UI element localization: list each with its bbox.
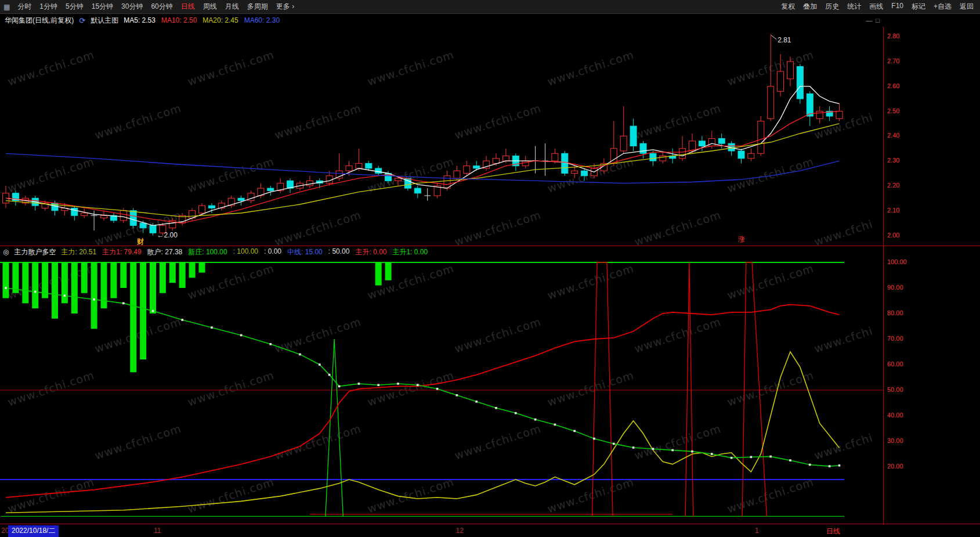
minimize-panel-icon[interactable]: — — [866, 17, 872, 24]
menu-item-1分钟[interactable]: 1分钟 — [35, 2, 62, 12]
svg-text:涨: 涨 — [737, 235, 745, 243]
ma-value: MA5: 2.53 — [124, 16, 156, 24]
menu-item-周线[interactable]: 周线 — [199, 2, 221, 12]
indicator-value: 主升1: 0.00 — [392, 247, 428, 257]
indicator-axis-label: 60.00 — [887, 361, 903, 367]
indicator-value: 新庄: 100.00 — [188, 247, 227, 257]
price-axis-label: 2.30 — [887, 157, 899, 164]
indicator-value: 中线: 15.00 — [287, 247, 323, 257]
indicator-value: 主力1: 79.49 — [102, 247, 141, 257]
time-axis-bar: 20 2022/10/18/二 11121 日线 — [0, 525, 980, 537]
indicator-value: : 0.00 — [264, 247, 281, 257]
main-chart-type-label[interactable]: 默认主图 — [91, 16, 118, 26]
indicator-values: 主力: 20.51主力1: 79.49散户: 27.38新庄: 100.00: … — [61, 247, 428, 257]
indicator-axis-label: 90.00 — [887, 284, 903, 291]
menu-item-+自选[interactable]: +自选 — [930, 2, 956, 12]
indicator-value: : 50.00 — [328, 247, 350, 257]
menu-item-月线[interactable]: 月线 — [221, 2, 243, 12]
stock-title: 华闻集团(日线,前复权) — [5, 16, 74, 26]
menu-item-叠加[interactable]: 叠加 — [799, 2, 821, 12]
price-axis-label: 2.40 — [887, 132, 899, 139]
price-axis-label: 2.00 — [887, 232, 899, 239]
window-layout-icon[interactable]: ▦ — [0, 3, 13, 11]
price-axis-label: 2.70 — [887, 57, 899, 64]
price-axis-label: 2.20 — [887, 182, 899, 189]
indicator-value: : 100.00 — [233, 247, 258, 257]
month-tick-12: 12 — [455, 527, 463, 535]
indicator-axis-label: 80.00 — [887, 309, 903, 316]
indicator-value: 散户: 27.38 — [147, 247, 183, 257]
ma-value: MA20: 2.45 — [202, 16, 238, 24]
menu-item-5分钟[interactable]: 5分钟 — [62, 2, 88, 12]
indicator-axis-label: 30.00 — [887, 437, 903, 444]
menu-item-标记[interactable]: 标记 — [907, 2, 930, 12]
indicator-axis-label: 100.00 — [887, 258, 907, 265]
month-tick-1: 1 — [755, 527, 759, 535]
menu-item-15分钟[interactable]: 15分钟 — [88, 2, 117, 12]
menu-item-统计[interactable]: 统计 — [843, 2, 865, 12]
menu-item-30分钟[interactable]: 30分钟 — [117, 2, 147, 12]
indicator-icon[interactable]: ◎ — [3, 248, 9, 256]
tools-menu: 复权叠加历史统计画线F10标记+自选返回 — [777, 2, 980, 12]
menu-item-复权[interactable]: 复权 — [777, 2, 799, 12]
ma-values: MA5: 2.53MA10: 2.50MA20: 2.45MA60: 2.30 — [124, 16, 280, 24]
price-axis-label: 2.50 — [887, 107, 899, 114]
indicator-value: 主升: 0.00 — [355, 247, 386, 257]
refresh-icon[interactable]: ⟳ — [79, 17, 85, 24]
main-chart-svg[interactable]: 2.81←2.00财涨 — [0, 27, 883, 246]
svg-text:←2.00: ←2.00 — [157, 231, 178, 239]
indicator-header: ◎ 主力散户多空 主力: 20.51主力1: 79.49散户: 27.38新庄:… — [0, 246, 883, 258]
period-label[interactable]: 日线 — [826, 527, 840, 536]
indicator-axis-label: 20.00 — [887, 463, 903, 470]
ma-value: MA60: 2.30 — [244, 16, 280, 24]
indicator-axis-label: 40.00 — [887, 412, 903, 419]
panel-divider-bottom — [0, 524, 980, 524]
menu-item-日线[interactable]: 日线 — [177, 2, 199, 12]
indicator-axis-label: 70.00 — [887, 335, 903, 342]
month-tick-11: 11 — [154, 527, 161, 535]
price-axis-label: 2.10 — [887, 207, 899, 214]
indicator-value: 主力: 20.51 — [61, 247, 96, 257]
panel-divider-top — [0, 246, 980, 246]
price-axis-divider — [883, 27, 884, 537]
menu-item-多周期[interactable]: 多周期 — [243, 2, 272, 12]
svg-text:财: 财 — [136, 237, 144, 246]
menu-item-画线[interactable]: 画线 — [865, 2, 887, 12]
menu-item-返回[interactable]: 返回 — [956, 2, 978, 12]
period-menu: 分时1分钟5分钟15分钟30分钟60分钟日线周线月线多周期更多 › — [13, 2, 298, 12]
menu-item-F10[interactable]: F10 — [887, 2, 907, 12]
first-date-label[interactable]: 2022/10/18/二 — [8, 525, 59, 537]
menu-item-历史[interactable]: 历史 — [821, 2, 843, 12]
menu-item-分时[interactable]: 分时 — [13, 2, 35, 12]
indicator-axis-label: 50.00 — [887, 386, 903, 393]
indicator-title[interactable]: 主力散户多空 — [14, 247, 56, 257]
price-axis-label: 2.80 — [887, 33, 899, 39]
top-menu-bar: ▦ 分时1分钟5分钟15分钟30分钟60分钟日线周线月线多周期更多 › 复权叠加… — [0, 0, 980, 14]
chart-title-bar: 华闻集团(日线,前复权) ⟳ 默认主图 MA5: 2.53MA10: 2.50M… — [0, 14, 883, 27]
indicator-chart[interactable] — [0, 258, 883, 524]
menu-item-60分钟[interactable]: 60分钟 — [147, 2, 176, 12]
menu-item-更多[interactable]: 更多 › — [272, 2, 298, 12]
ma-value: MA10: 2.50 — [161, 16, 197, 24]
main-candlestick-chart[interactable]: 2.81←2.00财涨 — [0, 27, 883, 246]
svg-text:2.81: 2.81 — [778, 36, 791, 44]
price-axis-label: 2.60 — [887, 82, 899, 89]
indicator-chart-svg[interactable] — [0, 258, 883, 524]
maximize-panel-icon[interactable]: □ — [876, 17, 880, 24]
